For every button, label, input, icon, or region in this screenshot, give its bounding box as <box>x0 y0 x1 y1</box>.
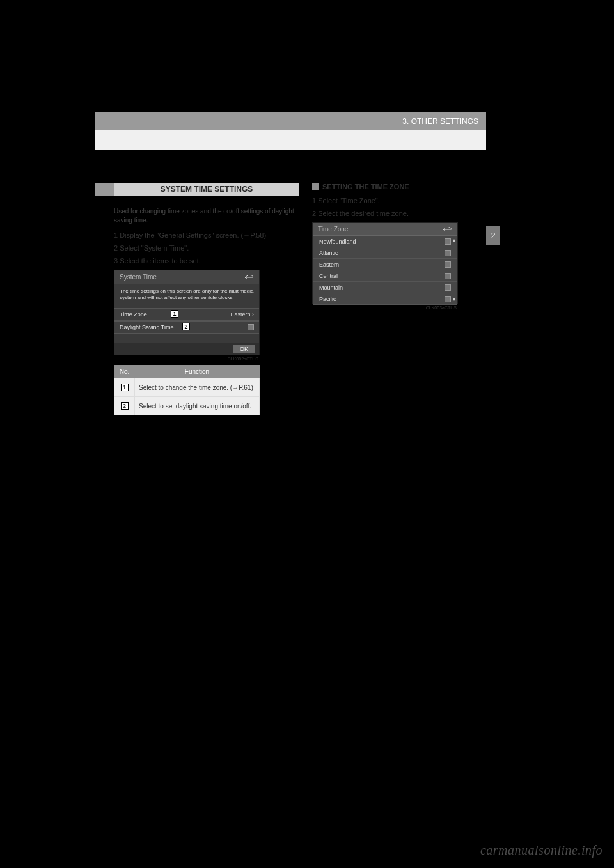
tz-option-row[interactable]: Eastern <box>313 259 457 270</box>
scroll-up-icon[interactable]: ▴ <box>452 237 456 243</box>
back-icon[interactable] <box>244 274 254 281</box>
tz-option-row[interactable]: Pacific <box>313 293 457 305</box>
row1-function: Select to change the time zone. (→P.61) <box>135 378 260 397</box>
screen1-footer: OK <box>114 343 259 355</box>
right-step-2: 2 Select the desired time zone. <box>312 210 473 217</box>
subtopic-heading: SETTING THE TIME ZONE <box>312 183 473 190</box>
time-zone-screenshot: Time Zone Newfoundland Atlantic <box>312 222 458 304</box>
ok-button[interactable]: OK <box>233 345 255 353</box>
tz-option-row[interactable]: Newfoundland <box>313 236 457 247</box>
step-1: 1 Display the "General Settings" screen.… <box>114 231 299 239</box>
callout-marker-2: 2 <box>182 323 190 330</box>
table-header-no: No. <box>114 366 135 378</box>
tz-option-row[interactable]: Atlantic <box>313 247 457 259</box>
breadcrumb-text: 3. OTHER SETTINGS <box>402 117 478 126</box>
row1-number: 1 <box>121 384 129 391</box>
intro-notice: Used for changing time zones and the on/… <box>114 207 299 225</box>
row2-function: Select to set daylight saving time on/of… <box>135 397 260 415</box>
screen2-titlebar: Time Zone <box>313 223 457 236</box>
radio-icon[interactable] <box>445 284 451 291</box>
step-2: 2 Select "System Time". <box>114 244 299 252</box>
tz-option-label: Central <box>319 273 338 279</box>
tz-option-label: Pacific <box>319 296 336 302</box>
system-time-screenshot: System Time The time settings on this sc… <box>114 270 260 355</box>
table-header-function: Function <box>135 366 260 378</box>
square-bullet-icon <box>312 183 319 190</box>
tz-option-label: Newfoundland <box>319 238 356 245</box>
screen1-titlebar: System Time <box>114 270 259 284</box>
table-row: 1 Select to change the time zone. (→P.61… <box>114 378 260 397</box>
radio-icon[interactable] <box>445 261 451 268</box>
table-row: 2 Select to set daylight saving time on/… <box>114 397 260 415</box>
watermark-text: carmanualsonline.info <box>480 843 602 858</box>
screen2-image-label: CLK003aCTUS <box>312 306 458 310</box>
radio-icon[interactable] <box>445 250 451 256</box>
daylight-saving-label: Daylight Saving Time <box>120 324 174 330</box>
content-area: SYSTEM TIME SETTINGS Used for changing t… <box>95 150 486 676</box>
chapter-tab: 2 <box>486 226 500 245</box>
right-step-1: 1 Select "Time Zone". <box>312 197 473 205</box>
scroll-down-icon[interactable]: ▾ <box>452 297 456 302</box>
tz-option-row[interactable]: Mountain <box>313 282 457 293</box>
daylight-check-icon[interactable] <box>248 324 254 330</box>
time-zone-value: Eastern › <box>230 311 254 318</box>
screen1-image-label: CLK002aCTUS <box>114 357 260 361</box>
header-bar: 3. OTHER SETTINGS <box>95 112 486 130</box>
subheader-strip <box>95 130 486 150</box>
screen1-title-text: System Time <box>120 274 157 281</box>
screen2-title-text: Time Zone <box>318 226 348 233</box>
tz-option-label: Eastern <box>319 261 339 268</box>
screen1-note: The time settings on this screen are onl… <box>114 284 259 308</box>
tz-option-label: Atlantic <box>319 250 338 256</box>
row2-number: 2 <box>121 402 129 410</box>
section-title: SYSTEM TIME SETTINGS <box>161 185 253 194</box>
callout-marker-1: 1 <box>171 310 178 318</box>
time-zone-label: Time Zone <box>120 311 147 318</box>
manual-page: 3. OTHER SETTINGS SYSTEM TIME SETTINGS U… <box>95 112 486 676</box>
radio-icon[interactable] <box>445 296 451 302</box>
section-title-bar: SYSTEM TIME SETTINGS <box>114 183 299 196</box>
step-3: 3 Select the items to be set. <box>114 257 299 265</box>
right-column: SETTING THE TIME ZONE 1 Select "Time Zon… <box>312 183 473 314</box>
function-table: No. Function 1 Select to change the time… <box>114 365 260 415</box>
subtopic-title: SETTING THE TIME ZONE <box>322 183 409 190</box>
left-column: SYSTEM TIME SETTINGS Used for changing t… <box>114 183 299 415</box>
tz-option-label: Mountain <box>319 284 343 291</box>
radio-icon[interactable] <box>445 238 451 245</box>
back-icon[interactable] <box>442 226 452 233</box>
tz-option-row[interactable]: Central <box>313 270 457 282</box>
time-zone-row[interactable]: Time Zone Eastern › <box>114 308 259 321</box>
radio-icon[interactable] <box>445 273 451 279</box>
